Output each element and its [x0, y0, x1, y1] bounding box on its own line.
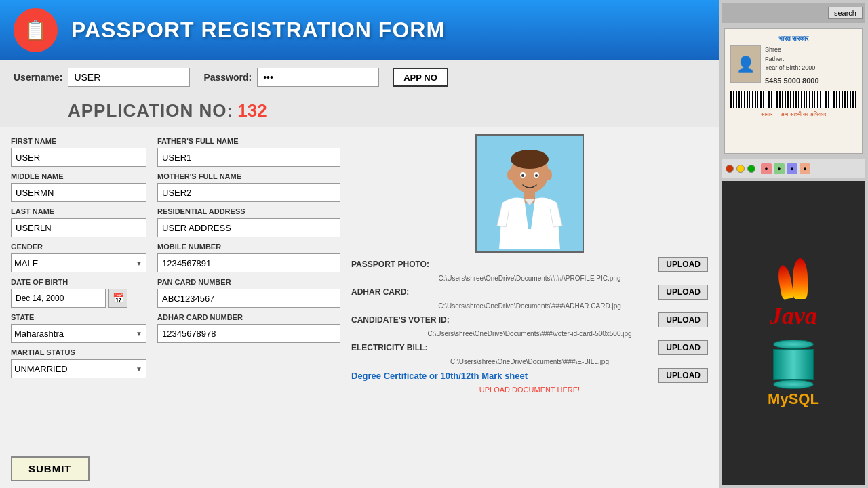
pan-card-input[interactable] [157, 289, 340, 308]
degree-upload-btn[interactable]: UPLOAD [658, 368, 708, 383]
browser-icons: ● ● ● ● [761, 163, 810, 174]
header: 📋 PASSPORT REGISTRATION FORM [0, 0, 719, 60]
db-cylinder [773, 340, 814, 389]
aadhar-number: 5485 5000 8000 [765, 76, 856, 86]
passport-photo-path: C:\Users\shree\OneDrive\Documents\###\PR… [351, 274, 708, 282]
voter-id-path: C:\Users\shree\OneDrive\Documents\###\vo… [351, 330, 708, 338]
svg-point-8 [507, 169, 514, 180]
dob-input[interactable] [11, 289, 106, 308]
aadhar-text-area: ShreeFather:Year of Birth: 2000 5485 500… [765, 45, 856, 86]
submit-button[interactable]: SUBMIT [11, 456, 90, 481]
browser-icon-1: ● [761, 163, 772, 174]
electricity-bill-upload-label: ELECTRICITY BILL: [351, 343, 427, 352]
passport-photo-label: PASSPORT PHOTO: [351, 260, 429, 269]
photo-container [475, 134, 584, 253]
mobile-number-label: MOBILE NUMBER [157, 243, 340, 251]
username-input[interactable] [68, 68, 190, 87]
db-cylinder-top [773, 340, 814, 349]
db-cylinder-body [773, 349, 814, 380]
calendar-button[interactable]: 📅 [108, 289, 127, 308]
first-name-input[interactable] [11, 148, 146, 167]
gender-select[interactable]: MALE FEMALE OTHER [11, 253, 146, 272]
browser-dot-yellow [736, 165, 745, 173]
fathers-name-input[interactable] [157, 148, 340, 167]
passport-photo-upload-btn[interactable]: UPLOAD [658, 257, 708, 272]
adhar-card-input[interactable] [157, 324, 340, 343]
logo: 📋 [14, 8, 58, 52]
marital-status-select[interactable]: UNMARRIED MARRIED DIVORCED [11, 359, 146, 378]
upload-doc-label: UPLOAD DOCUMENT HERE! [351, 386, 708, 394]
main-form-area: 📋 PASSPORT REGISTRATION FORM Username: P… [0, 0, 719, 488]
adhar-card-upload-btn[interactable]: UPLOAD [658, 285, 708, 300]
last-name-label: LAST NAME [11, 207, 146, 216]
browser-icon-3: ● [787, 163, 797, 174]
sidebar-top-bar: search [722, 3, 865, 23]
aadhar-header-text: भारत सरकार [730, 35, 856, 43]
marital-select-wrapper: UNMARRIED MARRIED DIVORCED [11, 359, 146, 378]
aadhar-bottom-text: आधार — आम आदमी का अधिकार [730, 111, 856, 118]
aadhar-card-image: भारत सरकार 👤 ShreeFather:Year of Birth: … [724, 28, 863, 154]
adhar-card-upload-row: ADHAR CARD: UPLOAD [351, 285, 708, 300]
electricity-bill-upload-btn[interactable]: UPLOAD [658, 340, 708, 355]
form-body: FIRST NAME MIDDLE NAME LAST NAME GENDER … [0, 127, 719, 488]
last-name-input[interactable] [11, 218, 146, 237]
aadhar-card-header: 👤 ShreeFather:Year of Birth: 2000 5485 5… [730, 45, 856, 86]
java-section: Java MySQL [722, 181, 865, 485]
browser-dot-red [726, 165, 734, 173]
username-field-group: Username: [14, 68, 190, 87]
username-label: Username: [14, 72, 62, 83]
fathers-name-label: FATHER'S FULL NAME [157, 137, 340, 145]
mothers-name-input[interactable] [157, 183, 340, 202]
adhar-card-label: ADHAR CARD NUMBER [157, 313, 340, 321]
voter-id-upload-btn[interactable]: UPLOAD [658, 312, 708, 327]
voter-id-upload-row: CANDIDATE'S VOTER ID: UPLOAD [351, 312, 708, 327]
pan-card-label: PAN CARD NUMBER [157, 278, 340, 286]
degree-upload-row: Degree Certificate or 10th/12th Mark she… [351, 368, 708, 383]
state-select[interactable]: Maharashtra Delhi Gujarat [11, 324, 146, 343]
gender-label: GENDER [11, 243, 146, 251]
sidebar-search-btn[interactable]: search [828, 7, 863, 19]
right-sidebar: search भारत सरकार 👤 ShreeFather:Year of … [719, 0, 868, 488]
app-no-button[interactable]: APP NO [393, 68, 448, 87]
mysql-db-icon: MySQL [768, 340, 819, 408]
left-column: FIRST NAME MIDDLE NAME LAST NAME GENDER … [11, 134, 146, 481]
aadhar-person-icon: 👤 [730, 45, 761, 83]
login-area: Username: Password: APP NO APPLICATION N… [0, 60, 719, 127]
dob-label: DATE OF BIRTH [11, 278, 146, 286]
application-no-display: APPLICATION NO: 132 [68, 100, 267, 121]
middle-name-input[interactable] [11, 183, 146, 202]
flame-left [776, 264, 794, 300]
voter-id-upload-label: CANDIDATE'S VOTER ID: [351, 315, 450, 325]
passport-photo-row: PASSPORT PHOTO: UPLOAD [351, 257, 708, 272]
residential-address-input[interactable] [157, 218, 340, 237]
adhar-card-path: C:\Users\shree\OneDrive\Documents\###\AD… [351, 302, 708, 310]
svg-point-6 [521, 174, 524, 177]
logo-icon: 📋 [24, 19, 47, 41]
first-name-label: FIRST NAME [11, 137, 146, 145]
gender-select-wrapper: MALE FEMALE OTHER [11, 253, 146, 272]
db-cylinder-bottom [773, 380, 814, 389]
person-avatar [482, 138, 577, 249]
middle-column: FATHER'S FULL NAME MOTHER'S FULL NAME RE… [157, 134, 340, 481]
aadhar-name: ShreeFather:Year of Birth: 2000 [765, 45, 856, 73]
aadhar-barcode [730, 92, 856, 108]
middle-name-label: MIDDLE NAME [11, 172, 146, 180]
mysql-text: MySQL [768, 390, 819, 408]
right-column: PASSPORT PHOTO: UPLOAD C:\Users\shree\On… [351, 134, 708, 481]
residential-address-label: RESIDENTIAL ADDRESS [157, 207, 340, 216]
mothers-name-label: MOTHER'S FULL NAME [157, 172, 340, 180]
degree-label: Degree Certificate or 10th/12th Mark she… [351, 371, 528, 381]
password-input[interactable] [257, 68, 379, 87]
mobile-number-input[interactable] [157, 253, 340, 272]
svg-point-9 [545, 169, 552, 180]
header-title: PASSPORT REGISTRATION FORM [71, 18, 445, 43]
browser-icon-2: ● [774, 163, 785, 174]
electricity-bill-path: C:\Users\shree\OneDrive\Documents\###\E-… [351, 358, 708, 365]
browser-dot-green [747, 165, 755, 173]
electricity-bill-upload-row: ELECTRICITY BILL: UPLOAD [351, 340, 708, 355]
state-label: STATE [11, 313, 146, 321]
browser-icon-4: ● [800, 163, 810, 174]
dob-field-wrapper: 📅 [11, 289, 146, 308]
password-label: Password: [203, 72, 252, 83]
flame-right [793, 258, 808, 299]
